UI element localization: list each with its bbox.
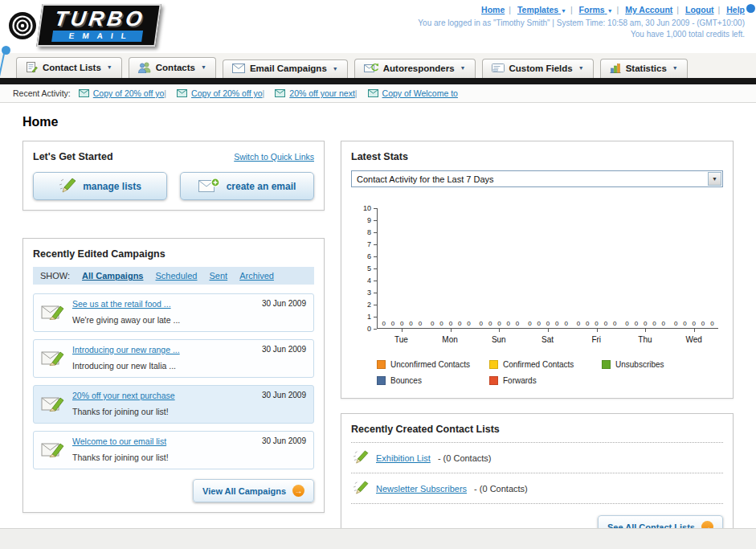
- contact-list-item: Newsletter Subscribers - (0 Contacts): [351, 473, 723, 504]
- campaign-title-link[interactable]: See us at the retail food ...: [72, 299, 255, 309]
- legend-item: Confirmed Contacts: [489, 360, 602, 369]
- contact-list-link[interactable]: Exhibition List: [376, 453, 431, 463]
- logo-swirl-icon: [8, 11, 37, 40]
- edit-campaign-icon: [41, 299, 65, 326]
- edit-campaign-icon: [41, 436, 65, 464]
- tab-contact-lists[interactable]: Contact Lists ▼: [16, 57, 122, 78]
- campaign-title-link[interactable]: Welcome to our email list: [72, 436, 255, 446]
- legend-item: Forwards: [489, 376, 602, 385]
- latest-stats-panel: Latest Stats Contact Activity for the La…: [341, 141, 734, 399]
- email-icon: [368, 89, 378, 97]
- recent-activity-link[interactable]: Copy of 20% off yo: [93, 88, 165, 98]
- recent-activity-label: Recent Activity:: [13, 88, 71, 98]
- recent-activity-item: Copy of 20% off yo: [164, 88, 262, 98]
- chevron-down-icon: ▼: [578, 65, 584, 71]
- email-icon: [177, 89, 187, 97]
- statistics-icon: [610, 63, 621, 73]
- campaign-subtitle: Introducing our new Italia ...: [72, 361, 176, 371]
- campaign-date: 30 Jun 2009: [262, 299, 306, 326]
- email-icon: [275, 89, 285, 97]
- contact-list-count: - (0 Contacts): [438, 453, 492, 463]
- legend-swatch: [377, 360, 386, 369]
- campaign-row: Introducing our new range ... Introducin…: [33, 339, 314, 378]
- campaign-subtitle: Thanks for joining our list!: [72, 407, 169, 416]
- recent-activity-link[interactable]: Copy of Welcome to: [382, 88, 458, 98]
- tab-autoresponders[interactable]: Autoresponders ▼: [354, 59, 476, 78]
- manage-lists-button[interactable]: manage lists: [33, 172, 167, 200]
- recent-activity-list: Copy of 20% off yo Copy of 20% off yo: [79, 88, 458, 98]
- chart-day-group: 00000: [572, 208, 621, 328]
- legend-swatch: [489, 376, 498, 385]
- chevron-down-icon: ▼: [460, 65, 466, 71]
- legend-item: Unconfirmed Contacts: [377, 360, 489, 369]
- chart-plot: 00000000000000000000000000000000000: [377, 208, 718, 329]
- main-nav: Contact Lists ▼ Contacts ▼: [0, 53, 756, 78]
- chart-day-group: 00000: [621, 208, 670, 328]
- legend-swatch: [489, 360, 498, 369]
- top-link-my-account[interactable]: My Account: [625, 5, 672, 14]
- pencil-icon: [353, 450, 369, 465]
- tab-statistics[interactable]: Statistics ▼: [600, 59, 688, 78]
- main-content: Home Let's Get Started Switch to Quick L…: [0, 103, 756, 549]
- view-all-campaigns-button[interactable]: View All Campaigns →: [193, 479, 314, 502]
- tab-email-campaigns[interactable]: Email Campaigns ▼: [223, 59, 348, 78]
- recent-activity-bar: Recent Activity: Copy of 20% off yo: [0, 84, 756, 103]
- top-link-help[interactable]: Help: [726, 5, 745, 14]
- campaign-list: See us at the retail food ... We're givi…: [33, 293, 314, 469]
- email-campaigns-icon: [232, 64, 245, 73]
- dropdown-arrow-icon: ▼: [708, 172, 721, 186]
- recent-activity-link[interactable]: 20% off your next: [289, 88, 355, 98]
- legend-item: Unsubscribes: [602, 360, 714, 369]
- top-link-templates[interactable]: Templates ▼: [517, 5, 566, 14]
- separator: |: [676, 5, 679, 14]
- stats-period-value: Contact Activity for the Last 7 Days: [357, 174, 494, 184]
- tab-label: Autoresponders: [383, 64, 455, 73]
- tab-custom-fields[interactable]: Custom Fields ▼: [482, 59, 594, 78]
- edit-campaign-icon: [41, 345, 65, 372]
- contact-list-link[interactable]: Newsletter Subscribers: [376, 484, 467, 494]
- top-link-home[interactable]: Home: [481, 5, 505, 14]
- create-email-button[interactable]: create an email: [180, 172, 314, 200]
- email-icon: [79, 89, 89, 97]
- chart-day-group: 00000: [669, 208, 718, 328]
- logo-text-email: EMAIL: [51, 31, 143, 42]
- recent-campaigns-title: Recently Edited Campaigns: [33, 248, 314, 260]
- filter-sent[interactable]: Sent: [209, 271, 227, 281]
- legend-label: Unconfirmed Contacts: [390, 360, 470, 369]
- filter-all-campaigns[interactable]: All Campaigns: [82, 271, 143, 281]
- legend-label: Confirmed Contacts: [503, 360, 574, 369]
- custom-fields-icon: [492, 63, 505, 73]
- recent-activity-link[interactable]: Copy of 20% off yo: [191, 88, 263, 98]
- campaign-filter-bar: SHOW: All Campaigns Scheduled Sent Archi…: [33, 267, 314, 285]
- legend-label: Bounces: [390, 376, 422, 385]
- footer-strip: [0, 528, 756, 549]
- contact-list-item: Exhibition List - (0 Contacts): [351, 443, 723, 473]
- recent-campaigns-panel: Recently Edited Campaigns SHOW: All Camp…: [22, 238, 325, 513]
- login-status-text: You are logged in as "Timothy Smith" | S…: [418, 18, 745, 27]
- filter-scheduled[interactable]: Scheduled: [155, 271, 197, 281]
- autoresponders-icon: [364, 63, 378, 73]
- top-link-logout[interactable]: Logout: [685, 5, 714, 14]
- campaign-title-link[interactable]: 20% off your next purchase: [72, 391, 255, 400]
- separator: |: [570, 5, 573, 14]
- campaign-title-link[interactable]: Introducing our new range ...: [72, 345, 255, 354]
- tab-contacts[interactable]: Contacts ▼: [129, 57, 216, 78]
- chevron-down-icon: ▼: [107, 64, 112, 70]
- pencil-icon: [353, 481, 369, 496]
- campaign-row: Welcome to our email list Thanks for joi…: [33, 431, 314, 469]
- separator: |: [718, 5, 721, 14]
- get-started-panel: Let's Get Started Switch to Quick Links: [22, 141, 325, 211]
- recent-activity-item: 20% off your next: [263, 88, 355, 98]
- switch-to-quick-links-link[interactable]: Switch to Quick Links: [234, 152, 314, 162]
- contact-lists: Exhibition List - (0 Contacts): [351, 443, 723, 504]
- app-logo[interactable]: TURBO EMAIL: [8, 4, 209, 47]
- top-link-forms[interactable]: Forms ▼: [579, 5, 613, 14]
- filter-archived[interactable]: Archived: [239, 271, 274, 281]
- campaign-subtitle: We're giving away our late ...: [72, 315, 180, 325]
- chart-legend: Unconfirmed ContactsConfirmed ContactsUn…: [377, 360, 718, 385]
- legend-label: Unsubscribes: [615, 360, 664, 369]
- stats-period-select[interactable]: Contact Activity for the Last 7 Days ▼: [351, 170, 723, 187]
- chevron-down-icon: ▼: [333, 66, 338, 72]
- page: TURBO EMAIL Home| Templates ▼| Forms ▼| …: [0, 0, 756, 549]
- contact-list-count: - (0 Contacts): [474, 484, 528, 494]
